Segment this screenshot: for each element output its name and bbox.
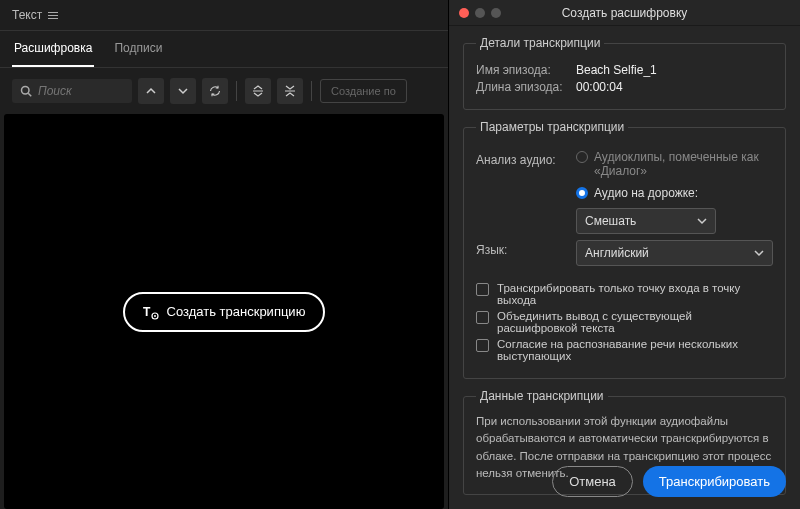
chevron-up-icon: [146, 86, 156, 96]
collapse-icon: [284, 85, 296, 97]
toolbar-divider-2: [311, 81, 312, 101]
episode-name-label: Имя эпизода:: [476, 63, 576, 77]
episode-name-value: Beach Selfie_1: [576, 63, 657, 77]
details-legend: Детали транскрипции: [476, 36, 604, 50]
mix-select[interactable]: Смешать: [576, 208, 716, 234]
transcript-viewport: T Создать транскрипцию: [4, 114, 444, 509]
refresh-button[interactable]: [202, 78, 228, 104]
dialog-title: Создать расшифровку: [449, 6, 800, 20]
panel-title: Текст: [12, 8, 42, 22]
panel-menu-icon[interactable]: [48, 12, 58, 19]
create-transcription-label: Создать транскрипцию: [167, 304, 306, 319]
language-select[interactable]: Английский: [576, 240, 773, 266]
check-merge[interactable]: Объединить вывод с существующей расшифро…: [476, 310, 773, 334]
disabled-create-button: Создание по: [320, 79, 407, 103]
checkbox-icon: [476, 311, 489, 324]
transcription-icon: T: [143, 304, 159, 320]
check-in-out-label: Транскрибировать только точку входа в то…: [497, 282, 773, 306]
toolbar: Создание по: [0, 68, 448, 114]
radio-track-label: Аудио на дорожке:: [594, 186, 698, 200]
expand-icon: [252, 85, 264, 97]
transcription-params-group: Параметры транскрипции Анализ аудио: Ауд…: [463, 120, 786, 379]
next-button[interactable]: [170, 78, 196, 104]
tab-captions[interactable]: Подписи: [112, 31, 164, 67]
radio-dialog-clips[interactable]: Аудиоклипы, помеченные как «Диалог»: [576, 150, 773, 178]
toolbar-divider: [236, 81, 237, 101]
tabs: Расшифровка Подписи: [0, 31, 448, 68]
radio-dialog-label: Аудиоклипы, помеченные как «Диалог»: [594, 150, 773, 178]
dialog-titlebar: Создать расшифровку: [449, 0, 800, 26]
expand-button[interactable]: [245, 78, 271, 104]
language-select-value: Английский: [585, 246, 649, 260]
prev-button[interactable]: [138, 78, 164, 104]
collapse-button[interactable]: [277, 78, 303, 104]
svg-text:T: T: [143, 305, 151, 319]
radio-icon: [576, 187, 588, 199]
transcription-details-group: Детали транскрипции Имя эпизода: Beach S…: [463, 36, 786, 110]
text-panel: Текст Расшифровка Подписи Создание по: [0, 0, 448, 509]
chevron-down-icon: [697, 216, 707, 226]
svg-point-6: [154, 315, 156, 317]
radio-audio-track[interactable]: Аудио на дорожке:: [576, 186, 773, 200]
panel-header: Текст: [0, 0, 448, 31]
search-box[interactable]: [12, 79, 132, 103]
mix-select-value: Смешать: [585, 214, 636, 228]
chevron-down-icon: [754, 248, 764, 258]
cancel-button[interactable]: Отмена: [552, 466, 633, 497]
language-label: Язык:: [476, 240, 566, 257]
check-consent-label: Согласие на распознавание речи нескольки…: [497, 338, 773, 362]
tab-transcript[interactable]: Расшифровка: [12, 31, 94, 67]
check-consent[interactable]: Согласие на распознавание речи нескольки…: [476, 338, 773, 362]
create-transcription-dialog: Создать расшифровку Детали транскрипции …: [448, 0, 800, 509]
search-input[interactable]: [38, 84, 118, 98]
refresh-icon: [209, 85, 221, 97]
svg-point-0: [22, 87, 30, 95]
data-legend: Данные транскрипции: [476, 389, 608, 403]
search-icon: [20, 85, 32, 97]
radio-icon: [576, 151, 588, 163]
checkbox-icon: [476, 339, 489, 352]
episode-length-value: 00:00:04: [576, 80, 623, 94]
params-legend: Параметры транскрипции: [476, 120, 628, 134]
chevron-down-icon: [178, 86, 188, 96]
dialog-footer: Отмена Транскрибировать: [449, 454, 800, 509]
svg-line-1: [28, 93, 31, 96]
create-transcription-button[interactable]: T Создать транскрипцию: [123, 292, 326, 332]
check-in-out[interactable]: Транскрибировать только точку входа в то…: [476, 282, 773, 306]
audio-analysis-label: Анализ аудио:: [476, 150, 566, 167]
episode-length-label: Длина эпизода:: [476, 80, 576, 94]
checkbox-icon: [476, 283, 489, 296]
transcribe-button[interactable]: Транскрибировать: [643, 466, 786, 497]
check-merge-label: Объединить вывод с существующей расшифро…: [497, 310, 773, 334]
